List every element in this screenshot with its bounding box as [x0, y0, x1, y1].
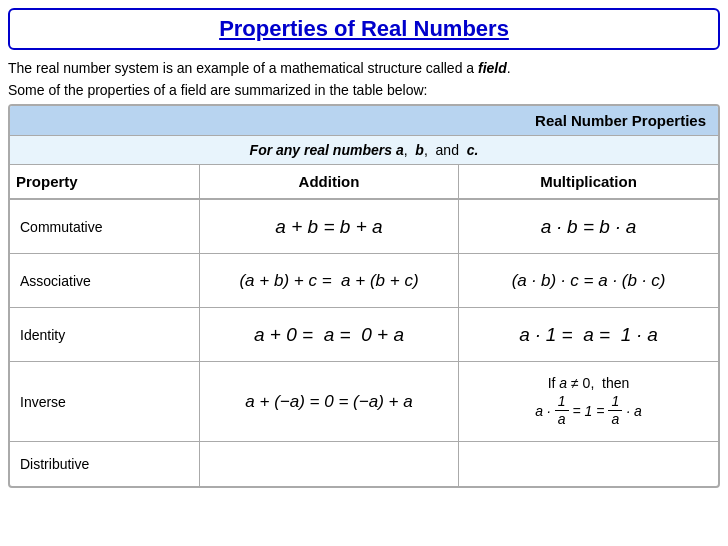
identity-addition: a + 0 = a = 0 + a: [200, 308, 459, 361]
intro-line-1: The real number system is an example of …: [8, 60, 720, 76]
commutative-multiplication: a · b = b · a: [459, 200, 718, 253]
table-row: Associative (a + b) + c = a + (b + c) (a…: [10, 254, 718, 308]
distributive-addition: [200, 442, 459, 486]
table-row: Inverse a + (−a) = 0 = (−a) + a If a ≠ 0…: [10, 362, 718, 442]
col-addition-header: Addition: [200, 165, 459, 198]
commutative-addition: a + b = b + a: [200, 200, 459, 253]
property-associative: Associative: [10, 254, 200, 307]
property-distributive: Distributive: [10, 442, 200, 486]
inverse-addition: a + (−a) = 0 = (−a) + a: [200, 362, 459, 441]
title-box: Properties of Real Numbers: [8, 8, 720, 50]
table-subtitle: For any real numbers a, b, and c.: [10, 136, 718, 165]
col-multiplication-header: Multiplication: [459, 165, 718, 198]
table-row: Distributive: [10, 442, 718, 486]
intro-line-2: Some of the properties of a field are su…: [8, 82, 720, 98]
properties-table: Real Number Properties For any real numb…: [8, 104, 720, 488]
distributive-multiplication: [459, 442, 718, 486]
page-title: Properties of Real Numbers: [219, 16, 509, 41]
property-inverse: Inverse: [10, 362, 200, 441]
table-row: Commutative a + b = b + a a · b = b · a: [10, 200, 718, 254]
property-identity: Identity: [10, 308, 200, 361]
inverse-multiplication: If a ≠ 0, then a · 1a = 1 = 1a · a: [459, 362, 718, 441]
column-headers: Property Addition Multiplication: [10, 165, 718, 200]
associative-addition: (a + b) + c = a + (b + c): [200, 254, 459, 307]
identity-multiplication: a · 1 = a = 1 · a: [459, 308, 718, 361]
col-property-header: Property: [10, 165, 200, 198]
table-header: Real Number Properties: [10, 106, 718, 136]
property-commutative: Commutative: [10, 200, 200, 253]
associative-multiplication: (a · b) · c = a · (b · c): [459, 254, 718, 307]
table-row: Identity a + 0 = a = 0 + a a · 1 = a = 1…: [10, 308, 718, 362]
